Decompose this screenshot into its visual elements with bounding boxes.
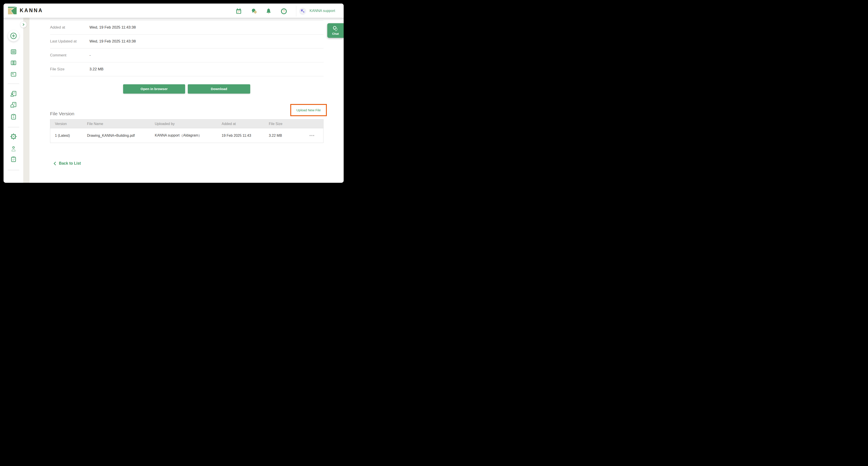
detail-value: Wed, 19 Feb 2025 11:43:38 (89, 39, 136, 43)
cell-file-name: Drawing_KANNA+Building.pdf (87, 134, 155, 138)
svg-text:?: ? (283, 9, 285, 13)
chevron-right-icon (22, 23, 25, 26)
account-name[interactable]: KANNA support (310, 4, 335, 18)
board-columns-icon (10, 60, 17, 66)
list-icon (10, 48, 17, 55)
chat-widget-button[interactable]: Chat (327, 23, 344, 38)
clipboard-download-icon (10, 113, 17, 120)
detail-row-last-updated: Last Updated at Wed, 19 Feb 2025 11:43:3… (50, 35, 323, 48)
sidebar-item-clients[interactable] (10, 91, 17, 97)
col-header-file-size: File Size (269, 122, 310, 126)
file-version-table: Version File Name Uploaded by Added at F… (50, 119, 323, 143)
sidebar-item-profile[interactable] (10, 145, 17, 152)
sidebar-expand-button[interactable] (20, 22, 27, 28)
table-header-row: Version File Name Uploaded by Added at F… (50, 120, 323, 128)
detail-label: Last Updated at (50, 39, 89, 43)
collapsed-panel-strip (23, 18, 29, 183)
detail-value: - (89, 53, 91, 58)
cell-added-at: 19 Feb 2025 11:43 (222, 134, 269, 138)
upload-new-file-highlight-box: Upload New File (290, 104, 327, 116)
add-plus-icon (9, 32, 18, 40)
upload-new-file-button[interactable]: Upload New File (296, 108, 321, 112)
file-actions: Open in browser Download (123, 84, 250, 94)
gear-icon (10, 133, 17, 140)
sidebar-item-settings[interactable] (10, 133, 17, 140)
back-to-list-link[interactable]: Back to List (53, 161, 81, 166)
cell-file-size: 3.22 MB (269, 134, 310, 138)
detail-row-added-at: Added at Wed, 19 Feb 2025 11:43:38 (50, 21, 323, 35)
avatar-initial-secondary: s (303, 11, 305, 13)
card-icon (10, 71, 17, 78)
detail-label: Comment (50, 53, 89, 58)
row-actions-menu-icon[interactable] (310, 135, 315, 136)
detail-label: Added at (50, 25, 89, 30)
col-header-file-name: File Name (87, 122, 155, 126)
chat-bubbles-outline-icon (332, 26, 339, 32)
chat-bubbles-icon[interactable] (251, 8, 257, 14)
file-version-title: File Version (50, 111, 74, 116)
partner-company-icon (10, 102, 17, 108)
download-button[interactable]: Download (188, 84, 250, 94)
sidebar-item-received-files[interactable] (10, 113, 17, 120)
sidebar-divider (8, 84, 19, 84)
sidebar-item-partners[interactable] (10, 102, 17, 108)
clipboard-check-icon (10, 156, 17, 163)
help-icon[interactable]: ? (281, 8, 287, 14)
sidebar-divider (8, 127, 19, 127)
sidebar-item-card[interactable] (10, 71, 17, 78)
col-header-version: Version (55, 122, 87, 126)
detail-row-file-size: File Size 3.22 MB (50, 62, 323, 76)
detail-row-comment: Comment - (50, 48, 323, 62)
file-details: Added at Wed, 19 Feb 2025 11:43:38 Last … (50, 20, 323, 76)
notification-bell-icon[interactable] (265, 8, 272, 14)
calendar-icon[interactable] (236, 8, 242, 14)
detail-value: Wed, 19 Feb 2025 11:43:38 (89, 25, 136, 30)
open-in-browser-button[interactable]: Open in browser (123, 84, 185, 94)
chat-widget-label: Chat (332, 32, 339, 35)
app-window: KANNA (4, 4, 344, 183)
cell-version: 1 (Latest) (55, 134, 87, 138)
detail-value: 3.22 MB (89, 67, 103, 71)
col-header-uploaded-by: Uploaded by (155, 122, 222, 126)
chevron-left-icon (53, 162, 57, 166)
avatar[interactable]: K s (299, 8, 306, 15)
cell-uploaded-by: KANNA support（Aldagram） (155, 133, 222, 138)
back-to-list-label: Back to List (59, 161, 81, 166)
profile-person-icon (10, 145, 17, 152)
table-row: 1 (Latest) Drawing_KANNA+Building.pdf KA… (50, 128, 323, 143)
kanna-logo-icon (8, 7, 17, 14)
app-header: KANNA (4, 4, 344, 18)
client-contact-icon (10, 91, 17, 97)
sidebar-item-tasks[interactable] (10, 156, 17, 163)
sidebar-item-list[interactable] (10, 48, 17, 55)
header-shadow (4, 18, 344, 21)
col-header-added-at: Added at (222, 122, 269, 126)
add-new-button[interactable] (8, 30, 19, 41)
detail-label: File Size (50, 67, 89, 71)
sidebar-item-board[interactable] (10, 60, 17, 66)
kanna-logo[interactable]: KANNA (8, 7, 43, 14)
kanna-logo-text: KANNA (20, 7, 43, 13)
